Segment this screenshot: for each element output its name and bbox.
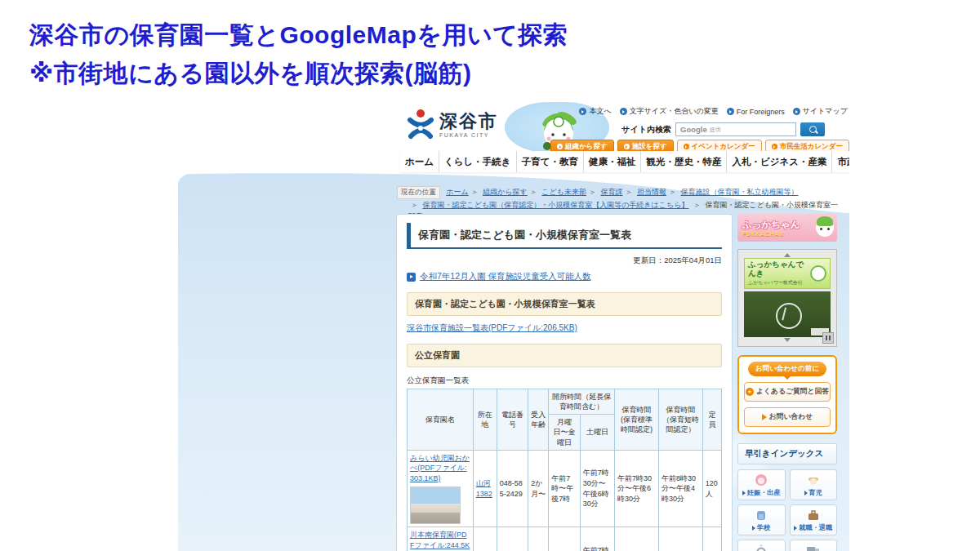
crumb-tetsuzuki[interactable]: 保育園・認定こども園（保育認定）・小規模保育室【入園等の手続きはこちら】	[423, 201, 689, 209]
fukkachan-mini-icon	[810, 265, 826, 282]
banner-carousel: ふっかちゃんでんき ふかちゃパワー株式会社	[737, 249, 837, 347]
cell-saturday: 午前7時30分〜午後6時30分	[580, 527, 614, 551]
fukaya-logo-mark	[407, 109, 434, 141]
quick-index-heading: 早引きインデックス	[737, 443, 837, 464]
site-name-en: FUKAYA CITY	[439, 132, 498, 138]
sidebar: ふっかちゃん FUKKACHAN ふっかちゃんでんき ふかちゃパワー株式会社	[737, 214, 837, 551]
section-heading-public: 公立保育園	[407, 344, 722, 367]
arrow-bullet-icon	[557, 144, 563, 149]
slide-title-line2: ※市街地にある園以外を順次探索(脳筋)	[29, 55, 568, 93]
crumb-home[interactable]: ホーム	[446, 188, 468, 196]
table-row: 川本南保育園(PDFファイル:244.5KB) 本田4888 048-583-3…	[408, 527, 722, 551]
child-icon	[805, 473, 822, 487]
fukkachan-face-icon	[816, 219, 834, 237]
index-item-moving[interactable]: 引っ越し	[790, 540, 838, 551]
nav-nyusatsu[interactable]: 入札・ビジネス・産業	[726, 151, 831, 172]
fukkachan-banner-text: ふっかちゃん	[742, 219, 800, 231]
arrow-icon	[762, 414, 767, 420]
fukkachan-denki-banner[interactable]: ふっかちゃんでんき ふかちゃパワー株式会社	[744, 258, 831, 289]
main-content-panel: 保育園・認定こども園・小規模保育室一覧表 更新日：2025年04月01日 令和7…	[396, 214, 733, 551]
facility-list-pdf-link[interactable]: 深谷市保育施設一覧表(PDFファイル:206.5KB)	[407, 323, 577, 332]
search-input[interactable]: Google 提供	[675, 122, 796, 136]
denki-banner-company: ふかちゃパワー株式会社	[748, 279, 810, 287]
crumb-kodomo[interactable]: こども未来部	[541, 188, 586, 196]
link-to-content[interactable]: 本文へ	[579, 106, 611, 117]
index-item-school[interactable]: 学校	[737, 504, 786, 535]
fukkachan-banner-roman: FUKKACHAN	[742, 231, 800, 237]
ring-icon	[753, 544, 769, 551]
index-item-employment[interactable]: 就職・退職	[790, 504, 838, 535]
pdf-link-row: 深谷市保育施設一覧表(PDFファイル:206.5KB)	[407, 322, 722, 334]
cell-tel: 048-585-2429	[497, 450, 528, 527]
faq-button[interactable]: ＋ よくあるご質問と回答	[744, 382, 831, 402]
cell-tel: 048-583-3196	[497, 527, 528, 551]
arrow-bullet-icon	[684, 144, 689, 149]
fukkachan-banner[interactable]: ふっかちゃん FUKKACHAN	[737, 214, 837, 242]
index-item-childcare[interactable]: 育児	[790, 469, 838, 500]
negi-field-banner[interactable]	[744, 291, 831, 337]
nav-kurashi[interactable]: くらし・手続き	[439, 151, 516, 172]
link-sitemap[interactable]: サイトマップ	[793, 106, 848, 117]
table-header-row: 保育園名 所在地 電話番号 受入年齢 開所時間（延長保育時間含む） 保育時間(保…	[408, 389, 722, 415]
col-capacity: 定員	[702, 389, 721, 451]
col-short: 保育時間（保育短時間認定）	[658, 389, 702, 451]
contact-box: お問い合わせの前に ＋ よくあるご質問と回答 お問い合わせ	[737, 355, 837, 434]
crumb-org[interactable]: 組織から探す	[483, 188, 528, 196]
cell-name: 川本南保育園(PDFファイル:244.5KB)	[408, 527, 474, 551]
nav-home[interactable]: ホーム	[400, 151, 439, 172]
quick-index-grid: 妊娠・出産 育児 学校 就職・退職 結婚・離婚	[737, 469, 837, 551]
denki-banner-title: ふっかちゃんでんき	[748, 260, 810, 278]
pregnancy-icon	[753, 473, 769, 487]
stamp-icon	[776, 303, 802, 329]
cell-address: 本田4888	[473, 527, 497, 551]
index-item-marriage[interactable]: 結婚・離婚	[737, 540, 786, 551]
inquiry-button[interactable]: お問い合わせ	[744, 407, 831, 427]
briefcase-icon	[805, 509, 822, 522]
pause-button[interactable]	[822, 332, 834, 344]
arrow-bullet-icon	[772, 144, 777, 149]
search-label: サイト内検索	[621, 124, 671, 136]
global-nav: ホーム くらし・手続き 子育て・教育 健康・福祉 観光・歴史・特産 入札・ビジネ…	[400, 151, 849, 172]
arrow-bullet-icon	[620, 108, 627, 115]
cell-short: 午前8時30分〜午後4時30分	[658, 527, 702, 551]
link-for-foreigners[interactable]: For Foreigners	[727, 108, 785, 116]
plus-icon: ＋	[746, 388, 754, 396]
backpack-icon	[753, 509, 769, 522]
vacancy-info-link[interactable]: 令和7年12月入園 保育施設児童受入可能人数	[420, 271, 590, 282]
breadcrumb-label: 現在の位置	[397, 186, 440, 199]
cell-saturday: 午前7時30分〜午後6時30分	[580, 450, 614, 527]
cell-short: 午前8時30分〜午後4時30分	[658, 450, 702, 527]
nav-kenko[interactable]: 健康・福祉	[583, 151, 641, 172]
cell-weekday: 午前7時〜午後7時	[549, 527, 581, 551]
cell-name: みらい幼児園おかべ(PDFファイル:303.1KB)	[408, 450, 474, 527]
col-tel: 電話番号	[497, 389, 528, 451]
nav-shisei[interactable]: 市政情報	[831, 151, 849, 172]
site-logo[interactable]: 深谷市 FUKAYA CITY	[407, 109, 498, 141]
carousel-prev-icon[interactable]	[784, 253, 791, 257]
website-screenshot: 深谷市 FUKAYA CITY	[178, 102, 849, 551]
nav-kanko[interactable]: 観光・歴史・特産	[640, 151, 726, 172]
address-link[interactable]: 山河1382	[476, 479, 492, 498]
cell-standard: 午前7時30分〜午後6時30分	[615, 527, 659, 551]
nursery-pdf-link[interactable]: 川本南保育園(PDFファイル:244.5KB)	[410, 531, 470, 551]
col-name: 保育園名	[408, 389, 474, 451]
crumb-shisetsu[interactable]: 保育施設（保育園・私立幼稚園等）	[681, 188, 799, 196]
crumb-hoikuka[interactable]: 保育課	[600, 188, 622, 196]
contact-box-tab: お問い合わせの前に	[748, 362, 826, 376]
search-button[interactable]	[800, 122, 825, 136]
nursery-pdf-link[interactable]: みらい幼児園おかべ(PDFファイル:303.1KB)	[410, 454, 470, 482]
site-search: サイト内検索 Google 提供	[621, 122, 825, 136]
crumb-tanto[interactable]: 担当情報	[637, 188, 666, 196]
google-brand: Google	[680, 125, 707, 134]
col-hours-group: 開所時間（延長保育時間含む）	[549, 389, 615, 415]
carousel-next-icon[interactable]	[784, 338, 791, 342]
nav-kosodate[interactable]: 子育て・教育	[516, 151, 583, 172]
cell-age: 2か月〜	[528, 527, 549, 551]
slide-title: 深谷市の保育園一覧とGoogleMapを用いて探索 ※市街地にある園以外を順次探…	[29, 16, 568, 92]
link-font-color-settings[interactable]: 文字サイズ・色合いの変更	[620, 106, 719, 117]
cell-standard: 午前7時30分〜午後6時30分	[615, 450, 659, 527]
arrow-bullet-icon	[579, 108, 586, 115]
index-item-pregnancy[interactable]: 妊娠・出産	[737, 469, 786, 500]
nursery-table: 保育園名 所在地 電話番号 受入年齢 開所時間（延長保育時間含む） 保育時間(保…	[407, 389, 722, 551]
col-saturday: 土曜日	[580, 415, 614, 450]
